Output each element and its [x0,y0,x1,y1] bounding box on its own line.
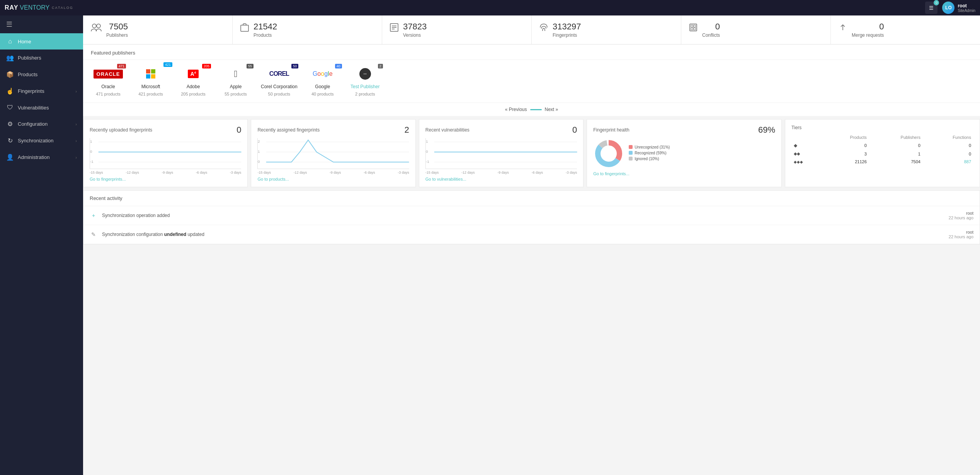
chart-vuln-value: 0 [572,125,577,135]
tier-3-functions[interactable]: 887 [923,158,973,166]
administration-icon: 👤 [6,154,14,161]
pagination-previous[interactable]: « Previous [505,107,527,112]
sidebar-menu-button[interactable]: ☰ [0,15,83,33]
sidebar-item-synchronization[interactable]: ↻ Synchronization › [0,132,83,149]
apple-logo-container:  55 [220,66,251,82]
chart-uploaded-value: 0 [236,125,241,135]
versions-label: Versions [403,32,427,38]
publisher-test[interactable]: ··· 2 Test Publisher 2 products [348,66,383,96]
products-stat-content: 21542 Products [254,22,277,38]
corel-logo-container: COREL 50 [264,66,294,82]
stat-publishers[interactable]: 7505 Publishers [83,15,233,44]
svg-text:-1: -1 [426,159,429,164]
pagination-next[interactable]: Next » [545,107,558,112]
stat-products[interactable]: 21542 Products [233,15,382,44]
fingerprint-health-card: Fingerprint health 69% Unrecogni [587,119,782,187]
topbar-right: ☰ 0 LO root SiteAdmin [925,2,975,14]
apple-count: 55 products [225,92,247,96]
conflicts-label: Conflicts [702,32,720,38]
microsoft-badge: 421 [163,62,172,67]
notification-badge: 0 [934,0,939,5]
svg-point-0 [92,24,96,28]
fingerprints-icon: ☝ [6,87,14,95]
home-icon: ⌂ [6,38,14,45]
publisher-apple[interactable]:  55 Apple 55 products [218,66,253,96]
chart-assigned-link[interactable]: Go to products... [257,177,409,181]
tier-2-publishers: 1 [869,150,923,158]
tier-1-icon: ◆ [791,141,822,150]
microsoft-name: Microsoft [141,84,160,89]
vulnerabilities-icon: 🛡 [6,104,14,111]
sidebar-item-label: Vulnerabilities [18,105,49,111]
layout: ☰ ⌂ Home 👥 Publishers 📦 Products ☝ Finge… [0,15,980,475]
apple-logo:  [234,68,238,79]
activity-item-2-user: root [949,230,973,234]
activity-item-1-meta: root 22 hours ago [949,211,973,220]
chart-uploaded-title: Recently uploaded fingerprints [90,127,152,133]
chevron-right-icon: › [75,155,77,160]
activity-item-1-text: Synchronization operation added [102,213,944,218]
sidebar-item-vulnerabilities[interactable]: 🛡 Vulnerabilities [0,99,83,116]
legend-recognized: Recognized (59%) [629,151,670,155]
stat-merge-requests[interactable]: 0 Merge requests [831,15,980,44]
svg-rect-10 [691,28,693,30]
health-link[interactable]: Go to fingerprints... [593,171,775,176]
topbar: RAYVENTORY CATALOG ☰ 0 LO root SiteAdmin [0,0,980,15]
test-publisher-logo: ··· [359,68,371,80]
recognized-dot [629,151,633,155]
merge-label: Merge requests [852,32,884,38]
activity-edit-icon: ✎ [90,231,97,238]
health-percentage: 69% [758,125,775,135]
versions-stat-content: 37823 Versions [403,22,427,38]
main-content: 7505 Publishers 21542 Products 37823 [83,15,980,475]
stat-fingerprints[interactable]: 313297 Fingerprints [532,15,681,44]
svg-text:1: 1 [258,149,260,154]
sidebar-item-label: Administration [18,154,49,160]
publisher-google[interactable]: Google 40 Google 40 products [305,66,340,96]
tier-1-publishers: 0 [869,141,923,150]
stat-versions[interactable]: 37823 Versions [382,15,532,44]
sidebar-item-administration[interactable]: 👤 Administration › [0,149,83,166]
tiers-header-row: Products Publishers Functions [791,133,973,141]
publishers-label: Publishers [106,32,128,38]
sidebar-item-products[interactable]: 📦 Products [0,66,83,83]
publisher-corel[interactable]: COREL 50 Corel Corporation 50 products [261,66,298,96]
tier-col-functions: Functions [923,133,973,141]
publisher-microsoft[interactable]: 421 Microsoft 421 products [133,66,168,96]
notifications-button[interactable]: ☰ 0 [925,2,937,14]
app-logo: RAYVENTORY CATALOG [5,4,73,11]
publisher-adobe[interactable]: Ad 205 Adobe 205 products [176,66,211,96]
activity-item-1-user: root [949,211,973,215]
test-logo-container: ··· 2 [350,66,381,82]
activity-add-icon: + [90,212,97,219]
health-header: Fingerprint health 69% [593,125,775,135]
publishers-pagination: « Previous Next » [83,103,980,116]
sidebar-item-publishers[interactable]: 👥 Publishers [0,50,83,66]
stat-conflicts[interactable]: 0 Conflicts [681,15,831,44]
merge-stat-content: 0 Merge requests [852,22,884,38]
sidebar-item-configuration[interactable]: ⚙ Configuration › [0,116,83,132]
chart-vuln-link[interactable]: Go to vulnerabilities... [425,177,577,181]
activity-item-2-time: 22 hours ago [949,234,973,239]
svg-rect-8 [691,25,693,27]
featured-publishers-title: Featured publishers [83,44,980,60]
chart-assigned-title: Recently assigned fingerprints [257,127,320,133]
sidebar-item-label: Home [18,39,31,44]
publishers-count: 7505 [106,22,128,32]
sidebar-item-label: Synchronization [18,138,54,144]
sidebar-item-home[interactable]: ⌂ Home [0,33,83,50]
fingerprints-label: Fingerprints [553,32,581,38]
sidebar-item-fingerprints[interactable]: ☝ Fingerprints › [0,83,83,99]
tiers-card: Tiers Products Publishers Functions ◆ [785,119,980,187]
tier-row-3: ◆◆◆ 21126 7504 887 [791,158,973,166]
google-logo: Google [313,70,333,77]
user-role: SiteAdmin [958,9,975,13]
sidebar: ☰ ⌂ Home 👥 Publishers 📦 Products ☝ Finge… [0,15,83,475]
publisher-oracle[interactable]: ORACLE 471 Oracle 471 products [91,66,126,96]
chart-uploaded-link[interactable]: Go to fingerprints... [90,177,241,181]
microsoft-logo-container: 421 [135,66,166,82]
chart-uploaded-labels: -15 days-12 days-9 days-6 days-3 days [90,171,241,174]
activity-item-2-text: Synchronization configuration undefined … [102,232,944,237]
sidebar-item-label: Fingerprints [18,88,44,94]
unrecognized-dot [629,145,633,149]
